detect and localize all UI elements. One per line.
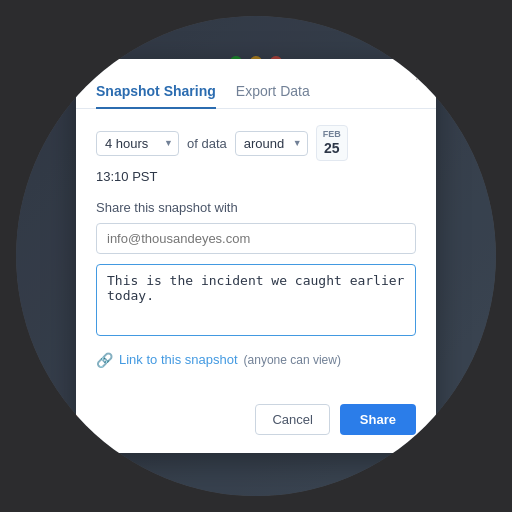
modal-overlay: × Snapshot Sharing Export Data 4 hours bbox=[16, 16, 496, 496]
modal-dialog: × Snapshot Sharing Export Data 4 hours bbox=[76, 59, 436, 453]
app-window: Metric Loss 24h a from Tue, Feb 25 13:10… bbox=[16, 16, 496, 496]
tab-snapshot-sharing[interactable]: Snapshot Sharing bbox=[96, 75, 216, 109]
date-day: 25 bbox=[324, 140, 340, 157]
hours-select[interactable]: 4 hours 1 hour 12 hours 24 hours bbox=[96, 131, 179, 156]
time-display: 13:10 PST bbox=[96, 169, 157, 184]
hours-select-wrapper: 4 hours 1 hour 12 hours 24 hours ▼ bbox=[96, 131, 179, 156]
tab-export-data[interactable]: Export Data bbox=[236, 75, 310, 109]
share-button[interactable]: Share bbox=[340, 404, 416, 435]
cancel-button[interactable]: Cancel bbox=[255, 404, 329, 435]
close-button[interactable]: × bbox=[415, 69, 424, 85]
around-select-wrapper: around before after ▼ bbox=[235, 131, 308, 156]
data-selection-row: 4 hours 1 hour 12 hours 24 hours ▼ of da… bbox=[96, 125, 416, 184]
of-data-label: of data bbox=[187, 136, 227, 151]
link-subtext: (anyone can view) bbox=[244, 353, 341, 367]
snapshot-link[interactable]: Link to this snapshot bbox=[119, 352, 238, 367]
modal-body: 4 hours 1 hour 12 hours 24 hours ▼ of da… bbox=[76, 109, 436, 404]
modal-tabs: Snapshot Sharing Export Data bbox=[76, 59, 436, 109]
around-select[interactable]: around before after bbox=[235, 131, 308, 156]
share-section-label: Share this snapshot with bbox=[96, 200, 416, 215]
date-block: FEB 25 bbox=[316, 125, 348, 161]
date-month: FEB bbox=[323, 129, 341, 140]
link-icon: 🔗 bbox=[96, 352, 113, 368]
message-textarea[interactable]: This is the incident we caught earlier t… bbox=[96, 264, 416, 336]
email-input[interactable] bbox=[96, 223, 416, 254]
snapshot-link-row: 🔗 Link to this snapshot (anyone can view… bbox=[96, 352, 416, 368]
modal-footer: Cancel Share bbox=[76, 404, 436, 453]
